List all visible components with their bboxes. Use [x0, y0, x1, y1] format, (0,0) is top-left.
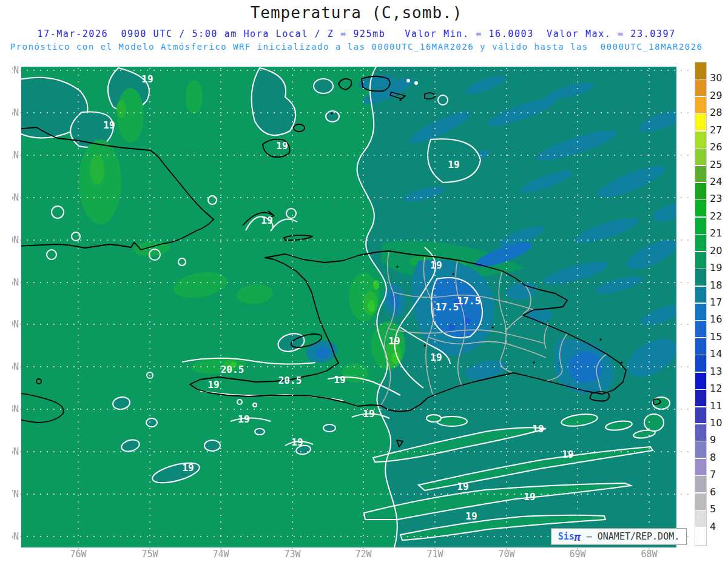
- colorbar-tick-label: 14: [710, 349, 728, 360]
- temperature-field: [17, 67, 690, 547]
- lat-label: 7.5N: [12, 446, 19, 457]
- colorbar-segment: [695, 304, 706, 320]
- colorbar-segment: [695, 97, 706, 113]
- contour-label: 20.5: [278, 375, 302, 386]
- contour-label: 19: [334, 374, 345, 386]
- lon-label: 72W: [355, 549, 372, 560]
- colorbar-segment: [695, 149, 706, 165]
- lat-label: 22N: [12, 65, 19, 76]
- watermark-org: – ONAMET/REP.DOM.: [581, 531, 680, 542]
- lat-label: 8.5N: [12, 361, 19, 372]
- lon-label: 75W: [141, 549, 158, 560]
- colorbar-segment: [695, 269, 706, 286]
- contour-label: 19: [182, 462, 194, 473]
- colorbar-segment: [695, 338, 706, 355]
- colorbar-segment: [695, 510, 706, 527]
- colorbar-segment: [695, 79, 706, 96]
- colorbar-tick-label: 19: [710, 263, 728, 273]
- colorbar-tick-label: 8: [710, 452, 728, 463]
- colorbar-tick-label: 21: [710, 228, 728, 239]
- colorbar-segment: [695, 132, 706, 148]
- colorbar-tick-label: 22: [710, 211, 728, 222]
- colorbar-tick-label: 16: [710, 314, 728, 325]
- contour-label: 19: [103, 119, 115, 131]
- colorbar-tick-label: 17: [710, 297, 728, 308]
- lon-label: 74W: [212, 549, 229, 560]
- colorbar-tick-label: 18: [710, 280, 728, 291]
- colorbar-tick-label: 23: [710, 193, 728, 204]
- colorbar-segment: [695, 459, 706, 475]
- lat-label: 19N: [12, 319, 19, 330]
- forecast-map: 22N1.5N21N0.5N20N9.5N19N8.5N18N7.5N17N6.…: [12, 65, 690, 561]
- colorbar-segment: [695, 476, 706, 492]
- contour-label: 19: [562, 449, 573, 460]
- lat-label: 9.5N: [12, 277, 19, 288]
- colorbar-segment: [695, 407, 706, 424]
- colorbar-segment: [695, 528, 706, 544]
- watermark-pi-icon: π: [575, 532, 581, 541]
- colorbar-segment: [695, 287, 706, 303]
- lon-label: 70W: [498, 549, 515, 560]
- model-info-line: Pronóstico con el Modelo Atmósferico WRF…: [0, 42, 713, 52]
- contour-label: 19: [291, 437, 303, 448]
- colorbar-tick-label: 9: [710, 435, 728, 446]
- colorbar-tick-label: 10: [710, 418, 728, 429]
- colorbar-segment: [695, 200, 706, 216]
- contour-label: 19: [457, 481, 468, 492]
- colorbar-segment: [695, 424, 706, 441]
- colorbar-segment: [695, 183, 706, 199]
- colorbar-tick-label: 26: [710, 142, 728, 153]
- lat-label: 20N: [12, 235, 19, 246]
- colorbar-segment: [695, 166, 706, 182]
- colorbar-segment: [695, 493, 706, 510]
- colorbar-segment: [695, 355, 706, 372]
- colorbar-segment: [695, 62, 706, 79]
- colorbar-segment: [695, 235, 706, 251]
- contour-label: 19: [141, 73, 153, 85]
- colorbar-tick-label: 5: [710, 504, 728, 515]
- colorbar-tick-label: 28: [710, 107, 728, 118]
- lon-label: 73W: [284, 549, 301, 560]
- colorbar-tick-label: 7: [710, 469, 728, 480]
- colorbar-segment: [695, 114, 706, 130]
- colorbar-tick-label: 29: [710, 90, 728, 101]
- contour-label: 19: [448, 159, 459, 170]
- colorbar-tick-label: 20: [710, 246, 728, 256]
- lat-label: 1.5N: [12, 107, 19, 118]
- contour-label: 19: [532, 423, 544, 435]
- colorbar-tick-label: 11: [710, 401, 728, 412]
- lon-label: 76W: [70, 549, 87, 560]
- colorbar-tick-label: 4: [710, 521, 728, 532]
- contour-label: 19: [363, 408, 374, 420]
- lon-label: 68W: [641, 549, 658, 560]
- contour-label: 19: [276, 140, 288, 152]
- weather-forecast-page: Temperatura (C,somb.) 17-Mar-2026 0900 U…: [0, 0, 728, 562]
- colorbar-tick-label: 13: [710, 366, 728, 377]
- lat-label: 6.5N: [12, 531, 19, 542]
- lat-label: 0.5N: [12, 192, 19, 203]
- contour-label: 20.5: [221, 364, 244, 375]
- contour-label: 17.5: [457, 295, 481, 307]
- contour-label: 19: [430, 352, 442, 363]
- colorbar: [695, 62, 707, 546]
- colorbar-tick-label: 25: [710, 159, 728, 170]
- contour-label: 19: [388, 335, 400, 347]
- contour-label: 19: [465, 510, 477, 522]
- colorbar-tick-label: 12: [710, 383, 728, 394]
- lat-label: 21N: [12, 150, 19, 161]
- contour-label: 19: [207, 379, 219, 390]
- contour-label: 19: [524, 491, 535, 503]
- colorbar-tick-label: 6: [710, 487, 728, 498]
- colorbar-segment: [695, 252, 706, 269]
- contour-label: 19: [238, 413, 249, 425]
- contour-label: 19: [261, 215, 272, 226]
- lat-label: 17N: [12, 489, 19, 500]
- colorbar-tick-label: 15: [710, 332, 728, 343]
- colorbar-segment: [695, 218, 706, 234]
- colorbar-segment: [695, 373, 706, 389]
- colorbar-tick-label: 24: [710, 176, 728, 187]
- colorbar-tick-label: 27: [710, 125, 728, 136]
- watermark: Sisπ – ONAMET/REP.DOM.: [551, 528, 687, 545]
- colorbar-segment: [695, 441, 706, 458]
- lon-label: 71W: [426, 549, 443, 560]
